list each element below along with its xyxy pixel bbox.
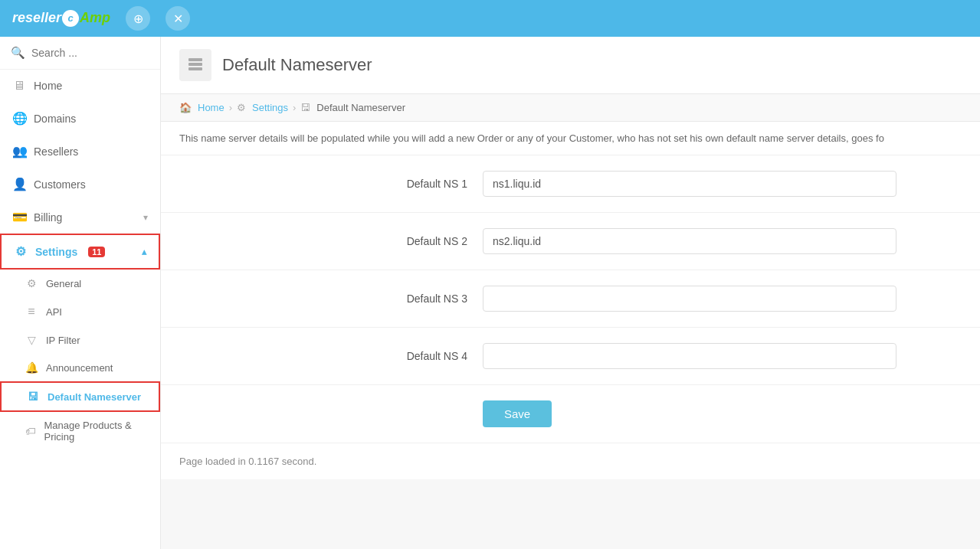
page-load-info: Page loaded in 0.1167 second. <box>161 443 980 479</box>
sidebar-item-api[interactable]: ≡ API <box>0 297 160 326</box>
breadcrumb-current: Default Nameserver <box>316 102 405 113</box>
home-icon: 🖥 <box>12 79 26 93</box>
content-header: Default Nameserver <box>161 37 980 94</box>
sidebar-item-default-nameserver[interactable]: 🖫 Default Nameserver <box>0 381 160 412</box>
sidebar-item-billing-label: Billing <box>34 211 62 224</box>
sidebar-item-domains[interactable]: 🌐 Domains <box>0 102 160 135</box>
form-actions: Save <box>161 385 980 443</box>
form-row-ns3: Default NS 3 <box>161 270 980 328</box>
ns1-input[interactable] <box>483 171 896 197</box>
form-section: Default NS 1 Default NS 2 Default NS 3 D… <box>161 155 980 443</box>
announcement-icon: 🔔 <box>25 361 38 374</box>
domains-icon: 🌐 <box>12 111 26 126</box>
sidebar-item-domains-label: Domains <box>34 113 76 125</box>
sidebar-item-api-label: API <box>46 306 62 318</box>
svg-rect-0 <box>188 58 202 61</box>
search-icon: 🔍 <box>11 46 25 60</box>
ns2-label: Default NS 2 <box>375 235 467 247</box>
ip-filter-icon: ▽ <box>25 334 38 346</box>
sidebar-item-manage-products[interactable]: 🏷 Manage Products & Pricing <box>0 412 160 450</box>
sidebar-item-manage-products-label: Manage Products & Pricing <box>44 420 148 443</box>
sidebar-item-customers-label: Customers <box>34 178 86 191</box>
main-content: Default Nameserver 🏠 Home › ⚙ Settings ›… <box>161 37 980 549</box>
breadcrumb-sep-1: › <box>229 102 232 113</box>
ns3-input[interactable] <box>483 286 896 312</box>
sidebar-item-general[interactable]: ⚙ General <box>0 270 160 297</box>
sidebar-item-ip-filter[interactable]: ▽ IP Filter <box>0 326 160 354</box>
sidebar-item-customers[interactable]: 👤 Customers <box>0 168 160 201</box>
resellers-icon: 👥 <box>12 144 26 158</box>
ns4-input[interactable] <box>483 343 896 369</box>
logo: resellercAmp <box>12 10 110 27</box>
info-text: This name server details will be populat… <box>161 122 980 155</box>
api-icon: ≡ <box>25 305 38 319</box>
form-row-ns1: Default NS 1 <box>161 155 980 213</box>
settings-chevron-icon: ▴ <box>142 247 146 257</box>
breadcrumb-settings-icon: ⚙ <box>237 102 246 113</box>
sidebar-item-settings[interactable]: ⚙ Settings 11 ▴ <box>0 234 160 270</box>
customers-icon: 👤 <box>12 177 26 191</box>
sidebar-item-home[interactable]: 🖥 Home <box>0 70 160 102</box>
logo-circle: c <box>62 10 79 27</box>
svg-rect-2 <box>188 67 202 70</box>
sidebar-item-resellers[interactable]: 👥 Resellers <box>0 135 160 168</box>
sidebar-item-announcement[interactable]: 🔔 Announcement <box>0 354 160 381</box>
page-title: Default Nameserver <box>222 55 372 75</box>
settings-icon: ⚙ <box>14 244 28 259</box>
sidebar-item-settings-label: Settings <box>35 246 77 258</box>
sidebar-item-default-nameserver-label: Default Nameserver <box>48 391 141 403</box>
sidebar-item-general-label: General <box>46 278 81 289</box>
billing-icon: 💳 <box>12 210 26 224</box>
form-row-ns2: Default NS 2 <box>161 213 980 270</box>
logo-text: resellercAmp <box>12 10 110 27</box>
sidebar: 🔍 🖥 Home 🌐 Domains 👥 Resellers 👤 Custome… <box>0 37 161 549</box>
breadcrumb: 🏠 Home › ⚙ Settings › 🖫 Default Nameserv… <box>161 94 980 122</box>
nameserver-icon: 🖫 <box>26 391 40 403</box>
ns3-label: Default NS 3 <box>375 292 467 305</box>
breadcrumb-home-icon: 🏠 <box>179 102 192 113</box>
general-icon: ⚙ <box>25 277 38 289</box>
page-load-text: Page loaded in 0.1167 second. <box>179 456 316 467</box>
search-input[interactable] <box>31 47 149 59</box>
sidebar-item-home-label: Home <box>34 80 62 92</box>
sidebar-item-ip-filter-label: IP Filter <box>46 335 80 346</box>
manage-products-icon: 🏷 <box>25 425 36 437</box>
settings-badge: 11 <box>88 247 105 257</box>
sidebar-item-billing[interactable]: 💳 Billing ▾ <box>0 201 160 234</box>
info-text-content: This name server details will be populat… <box>179 132 884 144</box>
sidebar-item-announcement-label: Announcement <box>46 362 113 374</box>
breadcrumb-ns-icon: 🖫 <box>300 102 310 113</box>
sidebar-item-resellers-label: Resellers <box>34 145 78 158</box>
save-button[interactable]: Save <box>483 400 552 427</box>
home-circle-icon[interactable]: ⊕ <box>126 6 150 31</box>
svg-rect-1 <box>188 63 202 66</box>
menu-icon[interactable]: ✕ <box>166 6 190 31</box>
breadcrumb-settings-link[interactable]: Settings <box>252 102 288 113</box>
ns1-label: Default NS 1 <box>375 178 467 190</box>
ns4-label: Default NS 4 <box>375 350 467 362</box>
main-layout: 🔍 🖥 Home 🌐 Domains 👥 Resellers 👤 Custome… <box>0 37 980 549</box>
breadcrumb-home-link[interactable]: Home <box>198 102 225 113</box>
billing-chevron-icon: ▾ <box>143 212 148 223</box>
search-box: 🔍 <box>0 37 160 70</box>
page-header-icon <box>179 49 211 81</box>
breadcrumb-sep-2: › <box>293 102 296 113</box>
topbar: resellercAmp ⊕ ✕ <box>0 0 980 37</box>
logo-amp: Amp <box>80 10 110 25</box>
form-row-ns4: Default NS 4 <box>161 328 980 385</box>
ns2-input[interactable] <box>483 228 896 254</box>
